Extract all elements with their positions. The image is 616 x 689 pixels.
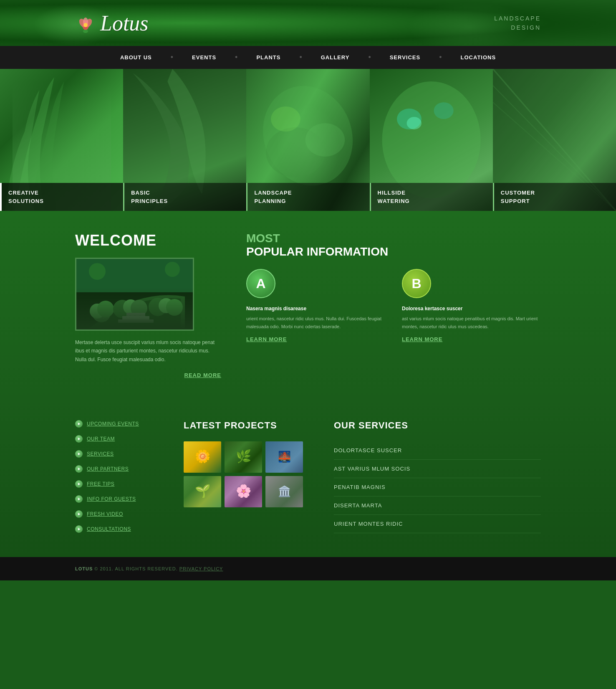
service-item-3[interactable]: DISERTA MARTA	[334, 496, 541, 515]
popular-item-b-title: Doloresa kertasce suscer	[402, 306, 541, 312]
service-item-2[interactable]: PENATIB MAGNIS	[334, 478, 541, 496]
svg-point-7	[266, 127, 326, 177]
sidebar-link-text-3[interactable]: OUR PARTNERS	[87, 466, 129, 472]
popular-title: MOST POPULAR INFORMATION	[246, 232, 541, 258]
svg-point-13	[434, 102, 453, 119]
svg-point-11	[397, 109, 422, 129]
link-bullet-icon-0	[75, 420, 83, 428]
link-bullet-icon-3	[75, 465, 83, 473]
nav-events[interactable]: EVENTS	[173, 47, 235, 68]
hero-label-4: HILLSIDE WATERING	[370, 183, 493, 211]
hero-label-text-3: LANDSCAPE PLANNING	[254, 189, 363, 205]
footer: LOTUS © 2011. ALL RIGHTS RESERVED. PRIVA…	[0, 557, 616, 580]
hero-panel-3[interactable]: LANDSCAPE PLANNING	[246, 69, 369, 211]
project-thumb-5[interactable]	[225, 476, 262, 507]
service-item-1[interactable]: AST VARIUS MLUM SOCIS	[334, 460, 541, 478]
sidebar-link-4: FREE TIPS	[75, 480, 159, 488]
bottom-section: UPCOMING EVENTS OUR TEAM SERVICES OUR PA…	[0, 399, 616, 557]
sidebar-link-0: UPCOMING EVENTS	[75, 420, 159, 428]
svg-rect-19	[76, 292, 194, 331]
link-bullet-icon-1	[75, 435, 83, 443]
welcome-section: WELCOME	[75, 232, 221, 378]
svg-point-23	[113, 300, 131, 318]
nav-gallery[interactable]: GALLERY	[302, 47, 369, 68]
sidebar-link-5: INFO FOR GUESTS	[75, 495, 159, 503]
sidebar-link-text-0[interactable]: UPCOMING EVENTS	[87, 421, 139, 427]
popular-icon-b: B	[402, 269, 431, 298]
latest-projects-title: LATEST PROJECTS	[184, 420, 309, 431]
svg-point-25	[131, 300, 147, 317]
service-item-4[interactable]: URIENT MONTES RIDIC	[334, 515, 541, 533]
welcome-body-text: Mertase delerta usce suscipit varius mlu…	[75, 338, 221, 364]
hero-label-5: CUSTOMER SUPPORT	[493, 183, 616, 211]
svg-point-9	[271, 106, 300, 132]
svg-rect-31	[126, 313, 145, 316]
hero-label-3: LANDSCAPE PLANNING	[246, 183, 369, 211]
navigation: ABOUT US • EVENTS • PLANTS • GALLERY • S…	[0, 46, 616, 69]
svg-point-21	[90, 304, 105, 319]
read-more-link[interactable]: READ MORE	[75, 372, 221, 378]
link-bullet-icon-7	[75, 525, 83, 533]
sidebar-link-2: SERVICES	[75, 450, 159, 458]
sidebar-link-3: OUR PARTNERS	[75, 465, 159, 473]
popular-item-b: B Doloresa kertasce suscer ast varius ml…	[402, 269, 541, 342]
nav-locations[interactable]: LOCATIONS	[442, 47, 515, 68]
sidebar-link-text-2[interactable]: SERVICES	[87, 451, 114, 457]
nav-about-us[interactable]: ABOUT US	[101, 47, 171, 68]
sidebar-links: UPCOMING EVENTS OUR TEAM SERVICES OUR PA…	[75, 420, 159, 540]
our-services-section: OUR SERVICES DOLORTASCE SUSCER AST VARIU…	[334, 420, 541, 540]
sidebar-link-text-7[interactable]: CONSULTATIONS	[87, 526, 131, 532]
svg-rect-30	[122, 316, 149, 319]
projects-grid	[184, 441, 309, 507]
project-thumb-3[interactable]	[265, 441, 303, 473]
privacy-policy-link[interactable]: PRIVACY POLICY	[179, 566, 223, 571]
svg-point-20	[92, 304, 111, 322]
project-thumb-1[interactable]	[184, 441, 221, 473]
link-bullet-icon-5	[75, 495, 83, 503]
sidebar-link-text-5[interactable]: INFO FOR GUESTS	[87, 496, 136, 502]
header: Lotus LANDSCAPE DESIGN	[0, 0, 616, 46]
svg-point-34	[165, 262, 180, 277]
svg-point-4	[83, 23, 88, 27]
nav-plants[interactable]: PLANTS	[237, 47, 299, 68]
sidebar-link-6: FRESH VIDEO	[75, 510, 159, 518]
hero-label-text-1: CREATIVE SOLUTIONS	[8, 189, 116, 205]
popular-items: A Nasera magnis disarease urient montes,…	[246, 269, 541, 342]
tagline: LANDSCAPE DESIGN	[494, 14, 541, 33]
popular-item-a-link[interactable]: LEARN MORE	[246, 336, 385, 342]
hero-label-text-5: CUSTOMER SUPPORT	[501, 189, 609, 205]
hero-panel-4[interactable]: HILLSIDE WATERING	[370, 69, 493, 211]
latest-projects-section: LATEST PROJECTS	[184, 420, 309, 540]
sidebar-link-text-6[interactable]: FRESH VIDEO	[87, 511, 123, 517]
service-item-0[interactable]: DOLORTASCE SUSCER	[334, 441, 541, 460]
project-thumb-6[interactable]	[265, 476, 303, 507]
svg-point-22	[97, 301, 114, 317]
welcome-title: WELCOME	[75, 232, 221, 249]
popular-item-b-text: ast varius mlum socis natoque penatibus …	[402, 315, 541, 330]
project-thumb-2[interactable]	[225, 441, 262, 473]
hero-panel-1[interactable]: CREATIVE SOLUTIONS	[0, 69, 123, 211]
popular-item-b-link[interactable]: LEARN MORE	[402, 336, 541, 342]
hero-label-2: BASIC PRINCIPLES	[123, 183, 246, 211]
welcome-image	[75, 258, 194, 331]
hero-label-1: CREATIVE SOLUTIONS	[0, 183, 123, 211]
nav-services[interactable]: SERVICES	[371, 47, 439, 68]
popular-section: MOST POPULAR INFORMATION A Nasera magnis…	[246, 232, 541, 378]
svg-point-8	[305, 123, 345, 157]
hero-panel-5[interactable]: CUSTOMER SUPPORT	[493, 69, 616, 211]
popular-item-a-title: Nasera magnis disarease	[246, 306, 385, 312]
hero-panel-2[interactable]: BASIC PRINCIPLES	[123, 69, 246, 211]
sidebar-link-1: OUR TEAM	[75, 435, 159, 443]
svg-point-26	[149, 298, 167, 316]
hero-label-text-4: HILLSIDE WATERING	[378, 189, 486, 205]
logo-text: Lotus	[100, 11, 149, 35]
project-thumb-4[interactable]	[184, 476, 221, 507]
sidebar-link-text-4[interactable]: FREE TIPS	[87, 481, 114, 487]
svg-point-24	[123, 299, 138, 314]
logo-area: Lotus	[75, 11, 149, 35]
sidebar-link-text-1[interactable]: OUR TEAM	[87, 436, 115, 442]
svg-rect-29	[118, 319, 154, 323]
svg-point-27	[159, 298, 174, 313]
logo-flower-icon	[75, 13, 96, 33]
svg-point-28	[166, 299, 183, 316]
